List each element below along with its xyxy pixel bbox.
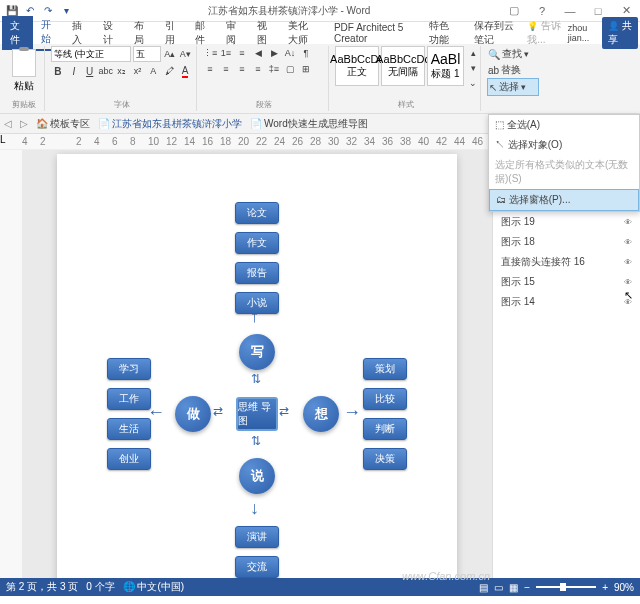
diagram-tag-right-2[interactable]: 判断 xyxy=(363,418,407,440)
tell-me[interactable]: 💡 告诉我... xyxy=(527,19,564,47)
zoom-out-icon[interactable]: − xyxy=(524,582,530,593)
selection-item[interactable]: 图示 18👁 xyxy=(495,232,638,252)
menu-select-all[interactable]: ⬚ 全选(A) xyxy=(489,115,639,135)
menu-select-objects[interactable]: ↖ 选择对象(O) xyxy=(489,135,639,155)
text-effects-icon[interactable]: A xyxy=(146,64,160,78)
doc-tab-current[interactable]: 📄江苏省如东县栟茶镇浒澪小学 xyxy=(98,117,242,131)
diagram-tag-right-3[interactable]: 决策 xyxy=(363,448,407,470)
diagram-tag-left-1[interactable]: 工作 xyxy=(107,388,151,410)
vertical-ruler[interactable] xyxy=(0,150,22,578)
diagram-tag-top-0[interactable]: 论文 xyxy=(235,202,279,224)
nav-left-icon[interactable]: ◁ xyxy=(4,118,12,129)
tab-file[interactable]: 文件 xyxy=(2,16,33,50)
underline-icon[interactable]: U xyxy=(83,64,97,78)
user-name[interactable]: zhou jian... xyxy=(568,23,599,43)
diagram-tag-right-0[interactable]: 策划 xyxy=(363,358,407,380)
bullets-icon[interactable]: ⋮≡ xyxy=(203,46,217,60)
strike-icon[interactable]: abc xyxy=(99,64,113,78)
selection-item[interactable]: 图示 15👁 xyxy=(495,272,638,292)
style-normal[interactable]: AaBbCcDc正文 xyxy=(335,46,379,86)
diagram-tag-top-2[interactable]: 报告 xyxy=(235,262,279,284)
borders-icon[interactable]: ⊞ xyxy=(299,62,313,76)
nav-right-icon[interactable]: ▷ xyxy=(20,118,28,129)
diagram-tag-left-3[interactable]: 创业 xyxy=(107,448,151,470)
status-page[interactable]: 第 2 页，共 3 页 xyxy=(6,580,78,594)
superscript-icon[interactable]: x² xyxy=(131,64,145,78)
diagram-node-speak[interactable]: 说 xyxy=(239,458,275,494)
styles-down-icon[interactable]: ▾ xyxy=(466,61,480,75)
zoom-in-icon[interactable]: + xyxy=(602,582,608,593)
visibility-icon[interactable]: 👁 xyxy=(624,218,632,227)
zoom-level[interactable]: 90% xyxy=(614,582,634,593)
diagram-tag-left-0[interactable]: 学习 xyxy=(107,358,151,380)
menu-select-similar[interactable]: 选定所有格式类似的文本(无数据)(S) xyxy=(489,155,639,189)
status-lang[interactable]: 🌐 中文(中国) xyxy=(123,580,184,594)
replace-button[interactable]: ab替换 xyxy=(487,62,539,78)
style-heading1[interactable]: AaBl标题 1 xyxy=(427,46,464,86)
tab-special[interactable]: 特色功能 xyxy=(421,16,467,50)
show-marks-icon[interactable]: ¶ xyxy=(299,46,313,60)
tab-references[interactable]: 引用 xyxy=(157,16,188,50)
status-words[interactable]: 0 个字 xyxy=(86,580,114,594)
indent-right-icon[interactable]: ▶ xyxy=(267,46,281,60)
print-layout-icon[interactable]: ▤ xyxy=(479,582,488,593)
visibility-icon[interactable]: 👁 xyxy=(624,278,632,287)
diagram-tag-top-3[interactable]: 小说 xyxy=(235,292,279,314)
numbering-icon[interactable]: 1≡ xyxy=(219,46,233,60)
grow-font-icon[interactable]: A▴ xyxy=(163,47,177,61)
font-size-select[interactable] xyxy=(133,46,161,62)
doc-tab-other[interactable]: 📄Word快速生成思维导图 xyxy=(250,117,368,131)
shrink-font-icon[interactable]: A▾ xyxy=(179,47,193,61)
diagram-node-do[interactable]: 做 xyxy=(175,396,211,432)
diagram-tag-bottom-1[interactable]: 交流 xyxy=(235,556,279,578)
sort-icon[interactable]: A↓ xyxy=(283,46,297,60)
multilevel-icon[interactable]: ≡ xyxy=(235,46,249,60)
diagram-center[interactable]: 思维 导图 xyxy=(236,397,278,431)
style-nospace[interactable]: AaBbCcDc无间隔 xyxy=(381,46,425,86)
visibility-icon[interactable]: 👁 xyxy=(624,298,632,307)
diagram-tag-right-1[interactable]: 比较 xyxy=(363,388,407,410)
selection-item[interactable]: 直接箭头连接符 16👁 xyxy=(495,252,638,272)
tab-cloud[interactable]: 保存到云笔记 xyxy=(466,16,527,50)
selection-item[interactable]: 图示 19👁 xyxy=(495,212,638,232)
tab-beautify[interactable]: 美化大师 xyxy=(280,16,326,50)
tab-view[interactable]: 视图 xyxy=(249,16,280,50)
tab-review[interactable]: 审阅 xyxy=(218,16,249,50)
selection-item[interactable]: 图示 14👁 xyxy=(495,292,638,312)
tab-insert[interactable]: 插入 xyxy=(64,16,95,50)
font-color-icon[interactable]: A xyxy=(178,64,192,78)
highlight-icon[interactable]: 🖍 xyxy=(162,64,176,78)
styles-more-icon[interactable]: ⌄ xyxy=(466,76,480,90)
visibility-icon[interactable]: 👁 xyxy=(624,258,632,267)
line-spacing-icon[interactable]: ‡≡ xyxy=(267,62,281,76)
align-right-icon[interactable]: ≡ xyxy=(235,62,249,76)
justify-icon[interactable]: ≡ xyxy=(251,62,265,76)
paste-button[interactable]: 粘贴 xyxy=(8,46,40,96)
font-name-select[interactable] xyxy=(51,46,131,62)
diagram-node-think[interactable]: 想 xyxy=(303,396,339,432)
diagram-node-write[interactable]: 写 xyxy=(239,334,275,370)
diagram-tag-top-1[interactable]: 作文 xyxy=(235,232,279,254)
bold-icon[interactable]: B xyxy=(51,64,65,78)
subscript-icon[interactable]: x₂ xyxy=(115,64,129,78)
styles-up-icon[interactable]: ▴ xyxy=(466,46,480,60)
visibility-icon[interactable]: 👁 xyxy=(624,238,632,247)
align-center-icon[interactable]: ≡ xyxy=(219,62,233,76)
doc-tab-templates[interactable]: 🏠模板专区 xyxy=(36,117,90,131)
tab-design[interactable]: 设计 xyxy=(95,16,126,50)
tab-pdf[interactable]: PDF Architect 5 Creator xyxy=(326,19,421,47)
shading-icon[interactable]: ▢ xyxy=(283,62,297,76)
zoom-slider[interactable] xyxy=(536,586,596,588)
tab-layout[interactable]: 布局 xyxy=(126,16,157,50)
find-button[interactable]: 🔍查找 ▾ xyxy=(487,46,539,62)
diagram-tag-bottom-0[interactable]: 演讲 xyxy=(235,526,279,548)
menu-selection-pane[interactable]: 🗂 选择窗格(P)... xyxy=(489,189,639,211)
align-left-icon[interactable]: ≡ xyxy=(203,62,217,76)
tab-mailings[interactable]: 邮件 xyxy=(187,16,218,50)
indent-left-icon[interactable]: ◀ xyxy=(251,46,265,60)
web-layout-icon[interactable]: ▦ xyxy=(509,582,518,593)
document-canvas[interactable]: 思维 导图写说做想←→↑↓⇄⇄⇅⇅论文作文报告小说演讲交流辩论谈判学习工作生活创… xyxy=(22,150,492,578)
diagram-tag-left-2[interactable]: 生活 xyxy=(107,418,151,440)
read-mode-icon[interactable]: ▭ xyxy=(494,582,503,593)
share-button[interactable]: 👤 共享 xyxy=(602,17,638,49)
